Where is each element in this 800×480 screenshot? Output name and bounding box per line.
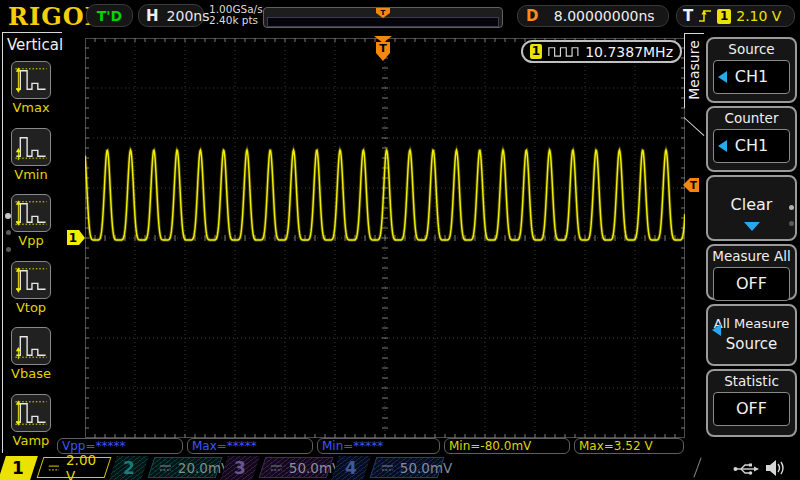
trigger-level-marker[interactable]: T xyxy=(683,177,699,193)
button-label: Statistic xyxy=(708,371,795,389)
dropdown-arrow-icon xyxy=(744,222,760,231)
vbase-icon xyxy=(11,327,51,365)
memory-waveform-icon xyxy=(268,25,498,27)
measurement-result-2: Max=***** xyxy=(187,438,313,454)
counter-channel-chip: 1 xyxy=(530,44,542,59)
coupling-dc-icon xyxy=(159,463,172,473)
vmin-icon xyxy=(11,128,51,166)
menu-button-clear[interactable]: Clear xyxy=(706,175,797,241)
left-menu-item-vbase[interactable]: Vbase xyxy=(0,327,62,381)
left-menu-item-label: Vamp xyxy=(0,433,62,448)
svg-text:T: T xyxy=(381,9,386,17)
option-arrow-icon xyxy=(718,71,727,83)
menu-button-measure-all[interactable]: Measure All OFF xyxy=(706,244,797,300)
channel-number: 3 xyxy=(220,456,260,480)
measurement-result-5: Max=3.52 V xyxy=(574,438,684,454)
channel-1-status[interactable]: 1 2.00 V xyxy=(0,456,111,480)
button-label: Source xyxy=(708,39,795,57)
horizontal-label: H xyxy=(146,7,159,25)
vtop-icon xyxy=(11,261,51,299)
trigger-badge[interactable]: T 1 2.10 V xyxy=(676,5,795,27)
right-menu-frame-top xyxy=(684,33,704,34)
option-arrow-icon xyxy=(718,140,727,152)
memory-depth: 2.40k pts xyxy=(209,15,263,26)
button-label: Counter xyxy=(708,108,795,126)
delay-value: 8.00000000ns xyxy=(554,8,655,24)
channel1-ground-marker[interactable]: 1 xyxy=(67,230,85,246)
left-menu-item-vmax[interactable]: Vmax xyxy=(0,61,62,115)
right-menu-frame-side xyxy=(684,33,685,108)
left-menu-item-label: Vpp xyxy=(0,233,62,248)
usb-icon xyxy=(733,461,759,476)
trigger-status-text: T'D xyxy=(97,8,122,24)
left-menu-item-label: Vmin xyxy=(0,167,62,182)
beeper-icon xyxy=(764,459,788,477)
horizontal-timebase-badge[interactable]: H 200ns xyxy=(138,4,204,27)
button-value: OFF xyxy=(713,267,790,301)
frequency-counter-badge: 1 10.7387MHz xyxy=(521,40,682,63)
trigger-status-badge: T'D xyxy=(86,4,133,27)
right-menu-frame-diagonal xyxy=(684,117,705,136)
coupling-dc-icon xyxy=(270,463,283,473)
channel-status-bar: 1 2.00 V 2 xyxy=(0,456,800,480)
scroll-dot xyxy=(6,247,11,252)
button-label-line2: Source xyxy=(708,335,795,353)
left-menu-item-vpp[interactable]: Vpp xyxy=(0,194,62,248)
coupling-dc-icon xyxy=(381,463,394,473)
measurement-result-3: Min=***** xyxy=(317,438,440,454)
timebase-value: 200ns xyxy=(167,8,210,24)
channel-scale-box: 20.0mV xyxy=(148,457,223,478)
channel-number: 4 xyxy=(331,456,371,480)
trigger-level-value: 2.10 V xyxy=(736,8,781,24)
svg-text:T: T xyxy=(690,180,697,191)
channel-scale-box: 50.0mV xyxy=(370,457,445,478)
vamp-icon xyxy=(11,394,51,432)
memory-waveform-strip xyxy=(267,17,499,27)
scroll-dot xyxy=(6,230,11,235)
button-value: CH1 xyxy=(713,60,790,94)
left-menu-item-label: Vmax xyxy=(0,100,62,115)
delay-badge[interactable]: D 8.00000000ns xyxy=(517,5,669,27)
delay-label: D xyxy=(526,7,538,25)
option-arrow-icon xyxy=(712,324,721,336)
menu-button-counter[interactable]: Counter CH1 xyxy=(706,106,797,172)
menu-button-all-measure[interactable]: All Measure Source xyxy=(706,304,797,366)
menu-page-dot xyxy=(789,221,794,226)
button-label-line1: All Measure xyxy=(708,316,795,331)
left-menu-item-label: Vtop xyxy=(0,300,62,315)
channel-number: 2 xyxy=(109,456,149,480)
scroll-dot xyxy=(5,213,11,219)
channel-scale-box: 50.0mV xyxy=(259,457,334,478)
channel-3-status[interactable]: 3 50.0mV xyxy=(222,456,333,480)
menu-tab-measure: Measure xyxy=(686,38,702,102)
acquisition-info: 1.00GSa/s 2.40k pts xyxy=(209,4,263,26)
menu-button-source[interactable]: Source CH1 xyxy=(706,37,797,103)
trigger-position-mini-marker[interactable]: T xyxy=(376,8,391,18)
trigger-position-marker[interactable]: T xyxy=(374,35,392,62)
square-wave-icon xyxy=(548,45,580,58)
svg-text:1: 1 xyxy=(69,231,77,245)
channel-2-status[interactable]: 2 20.0mV xyxy=(111,456,222,480)
button-label: Measure All xyxy=(708,246,795,264)
rising-edge-icon xyxy=(698,8,712,24)
oscilloscope-screen: RIGOL T'D H 200ns 1.00GSa/s 2.40k pts T … xyxy=(0,0,800,480)
vmax-icon xyxy=(11,61,51,99)
left-menu-frame-top xyxy=(2,32,62,33)
graticule-display[interactable] xyxy=(85,38,685,438)
button-value: CH1 xyxy=(713,129,790,163)
channel-number: 1 xyxy=(0,456,38,480)
left-menu-title: Vertical xyxy=(7,36,63,54)
left-menu-item-vamp[interactable]: Vamp xyxy=(0,394,62,448)
menu-page-dot xyxy=(789,205,794,210)
left-menu-item-vtop[interactable]: Vtop xyxy=(0,261,62,315)
button-value: OFF xyxy=(713,392,790,426)
channel-scale-box: 2.00 V xyxy=(37,457,112,478)
left-menu-item-label: Vbase xyxy=(0,366,62,381)
coupling-dc-icon xyxy=(48,463,60,473)
channel-4-status[interactable]: 4 50.0mV xyxy=(333,456,444,480)
trigger-label: T xyxy=(683,7,693,25)
waveform-preview-bar[interactable]: T xyxy=(263,7,503,28)
menu-button-statistic[interactable]: Statistic OFF xyxy=(706,369,797,437)
button-label: Clear xyxy=(708,195,795,214)
left-menu-item-vmin[interactable]: Vmin xyxy=(0,128,62,182)
